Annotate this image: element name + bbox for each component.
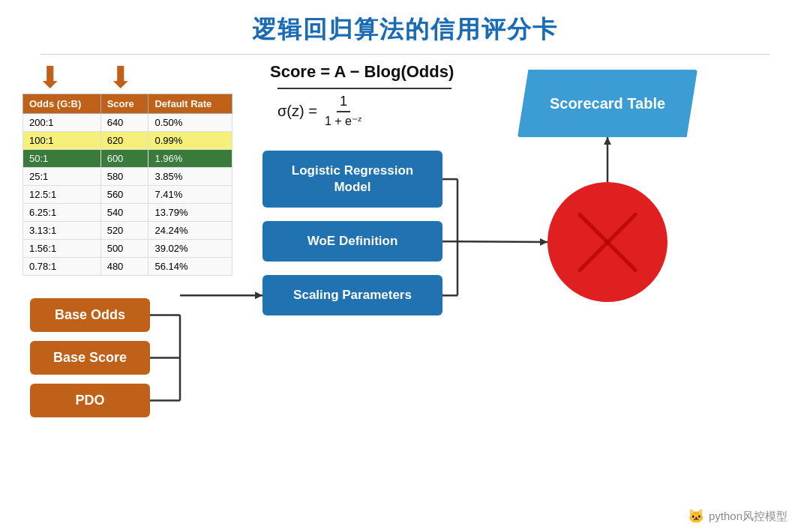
- table-row: 25:15803.85%: [23, 168, 232, 186]
- bottom-box-base-score: Base Score: [30, 341, 150, 375]
- table-row: 1.56:150039.02%: [23, 240, 232, 258]
- table-cell-odds: 12.5:1: [23, 186, 101, 204]
- fraction: 1 1 + e⁻ᶻ: [322, 94, 365, 128]
- table-cell-score: 600: [100, 150, 148, 168]
- table-cell-rate: 13.79%: [148, 204, 232, 222]
- svg-marker-5: [255, 291, 262, 299]
- table-cell-rate: 39.02%: [148, 240, 232, 258]
- page-title: 逻辑回归算法的信用评分卡: [0, 0, 810, 54]
- formula-score: Score = A − Blog(Odds): [270, 62, 488, 82]
- table-cell-odds: 25:1: [23, 168, 101, 186]
- left-column: ⬇ ⬇ Odds (G:B) Score Default Rate 200:16…: [22, 62, 248, 417]
- table-cell-rate: 7.41%: [148, 186, 232, 204]
- table-cell-score: 500: [100, 240, 148, 258]
- table-row: 6.25:154013.79%: [23, 204, 232, 222]
- watermark-text: python风控模型: [709, 510, 788, 524]
- table-row: 0.78:148056.14%: [23, 258, 232, 276]
- table-cell-score: 560: [100, 186, 148, 204]
- numerator: 1: [337, 94, 350, 112]
- table-cell-rate: 1.96%: [148, 150, 232, 168]
- scorecard-table-box: Scorecard Table: [518, 70, 698, 137]
- down-arrow-1: ⬇: [38, 62, 63, 92]
- blue-boxes: Logistic Regression ModelWoE DefinitionS…: [262, 151, 488, 315]
- right-column: Scorecard Table: [502, 62, 712, 417]
- table-cell-score: 480: [100, 258, 148, 276]
- table-cell-score: 640: [100, 114, 148, 132]
- table-cell-score: 580: [100, 168, 148, 186]
- table-cell-score: 540: [100, 204, 148, 222]
- formula-sigma: σ(z) = 1 1 + e⁻ᶻ: [278, 94, 488, 128]
- red-circle: [548, 182, 668, 302]
- sigma-left: σ(z) =: [278, 103, 317, 120]
- bottom-boxes: Base OddsBase ScorePDO: [30, 298, 248, 417]
- blue-box-woe-definition: WoE Definition: [262, 221, 442, 262]
- formula-area: Score = A − Blog(Odds) σ(z) = 1 1 + e⁻ᶻ: [262, 62, 488, 128]
- blue-box-logistic-regression-model: Logistic Regression Model: [262, 151, 442, 208]
- table-cell-rate: 3.85%: [148, 168, 232, 186]
- mid-column: Score = A − Blog(Odds) σ(z) = 1 1 + e⁻ᶻ …: [262, 62, 488, 417]
- table-cell-odds: 50:1: [23, 150, 101, 168]
- arrows-row: ⬇ ⬇: [22, 62, 248, 92]
- table-cell-score: 620: [100, 132, 148, 150]
- col-header-rate: Default Rate: [148, 94, 232, 114]
- table-cell-odds: 1.56:1: [23, 240, 101, 258]
- table-cell-odds: 100:1: [23, 132, 101, 150]
- table-cell-rate: 56.14%: [148, 258, 232, 276]
- table-cell-odds: 0.78:1: [23, 258, 101, 276]
- formula-line: [278, 88, 452, 89]
- table-cell-odds: 3.13:1: [23, 222, 101, 240]
- bottom-box-pdo: PDO: [30, 384, 150, 417]
- table-row: 100:16200.99%: [23, 132, 232, 150]
- blue-box-scaling-parameters: Scaling Parameters: [262, 275, 442, 315]
- table-row: 200:16400.50%: [23, 114, 232, 132]
- table-cell-odds: 6.25:1: [23, 204, 101, 222]
- col-header-score: Score: [100, 94, 148, 114]
- divider: [40, 54, 770, 55]
- table-cell-odds: 200:1: [23, 114, 101, 132]
- denominator: 1 + e⁻ᶻ: [322, 112, 365, 128]
- table-row: 12.5:15607.41%: [23, 186, 232, 204]
- col-header-odds: Odds (G:B): [23, 94, 101, 114]
- table-cell-rate: 24.24%: [148, 222, 232, 240]
- table-cell-score: 520: [100, 222, 148, 240]
- table-cell-rate: 0.99%: [148, 132, 232, 150]
- watermark-icon: 🐱: [688, 508, 704, 525]
- watermark: 🐱 python风控模型: [688, 508, 788, 525]
- down-arrow-2: ⬇: [108, 62, 134, 92]
- odds-table: Odds (G:B) Score Default Rate 200:16400.…: [22, 94, 232, 276]
- bottom-box-base-odds: Base Odds: [30, 298, 150, 332]
- table-cell-rate: 0.50%: [148, 114, 232, 132]
- table-row: 3.13:152024.24%: [23, 222, 232, 240]
- table-row: 50:16001.96%: [23, 150, 232, 168]
